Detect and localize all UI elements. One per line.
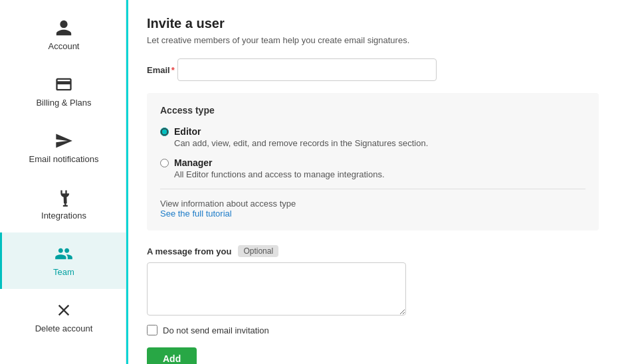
sidebar-item-email-notifications[interactable]: Email notifications [0, 120, 126, 176]
message-textarea[interactable] [147, 262, 406, 316]
sidebar-item-billing-label: Billing & Plans [36, 98, 91, 108]
editor-radio[interactable] [160, 128, 169, 136]
manager-option[interactable]: Manager All Editor functions and access … [160, 157, 585, 179]
manager-desc: All Editor functions and access to manag… [174, 169, 385, 179]
plug-icon [54, 188, 73, 207]
send-icon [54, 132, 73, 150]
sidebar-item-account-label: Account [49, 41, 80, 51]
optional-badge: Optional [238, 245, 278, 257]
creditcard-icon [54, 75, 73, 94]
sidebar-item-delete-label: Delete account [35, 323, 93, 333]
close-icon [54, 301, 73, 319]
tutorial-link[interactable]: See the full tutorial [160, 209, 232, 219]
no-invite-label[interactable]: Do not send email invitation [163, 325, 269, 335]
add-button[interactable]: Add [147, 347, 197, 364]
person-icon [54, 19, 73, 37]
no-invite-checkbox[interactable] [147, 325, 157, 335]
main-content: Invite a user Let creative members of yo… [126, 0, 622, 364]
sidebar-item-delete-account[interactable]: Delete account [0, 289, 126, 345]
sidebar-item-team[interactable]: Team [0, 232, 126, 289]
sidebar: Account Billing & Plans Email notificati… [0, 0, 126, 364]
editor-name: Editor [174, 126, 428, 137]
access-info: View information about access type See t… [160, 199, 585, 219]
access-divider [160, 189, 585, 189]
sidebar-item-integrations[interactable]: Integrations [0, 176, 126, 232]
access-type-section: Access type Editor Can add, view, edit, … [147, 93, 599, 230]
editor-desc: Can add, view, edit, and remove records … [174, 138, 428, 148]
sidebar-item-team-label: Team [53, 267, 74, 277]
manager-radio[interactable] [160, 159, 169, 167]
email-label: Email* [147, 65, 175, 75]
access-type-title: Access type [160, 105, 585, 116]
page-subtitle: Let creative members of your team help y… [147, 35, 603, 45]
sidebar-item-email-label: Email notifications [29, 154, 99, 164]
message-label-row: A message from you Optional [147, 245, 603, 257]
sidebar-item-integrations-label: Integrations [41, 211, 86, 221]
message-label: A message from you [147, 246, 231, 256]
page-title: Invite a user [147, 16, 603, 31]
manager-name: Manager [174, 157, 385, 168]
checkbox-row: Do not send email invitation [147, 325, 603, 335]
team-icon [54, 244, 73, 263]
email-input[interactable] [177, 58, 437, 81]
editor-option[interactable]: Editor Can add, view, edit, and remove r… [160, 126, 585, 148]
sidebar-item-billing[interactable]: Billing & Plans [0, 63, 126, 120]
sidebar-item-account[interactable]: Account [0, 7, 126, 63]
